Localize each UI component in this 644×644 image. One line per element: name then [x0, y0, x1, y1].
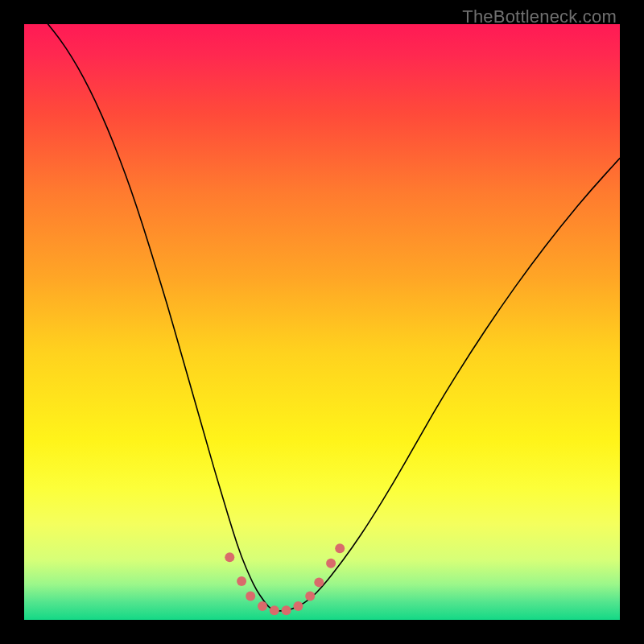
marker-point [305, 591, 315, 601]
bottleneck-curve [48, 24, 620, 611]
marker-point [270, 605, 279, 615]
marker-point [237, 576, 246, 586]
curve-layer [24, 24, 620, 620]
marker-point [335, 543, 345, 553]
marker-point [258, 601, 267, 611]
marker-point [314, 577, 324, 587]
plot-area [24, 24, 620, 620]
marker-point [246, 591, 255, 601]
marker-point [282, 605, 291, 615]
highlight-points [225, 543, 345, 615]
marker-point [326, 559, 336, 568]
marker-point [293, 601, 303, 611]
chart-frame: TheBottleneck.com [0, 0, 644, 644]
watermark-text: TheBottleneck.com [462, 6, 617, 27]
marker-point [225, 552, 234, 562]
